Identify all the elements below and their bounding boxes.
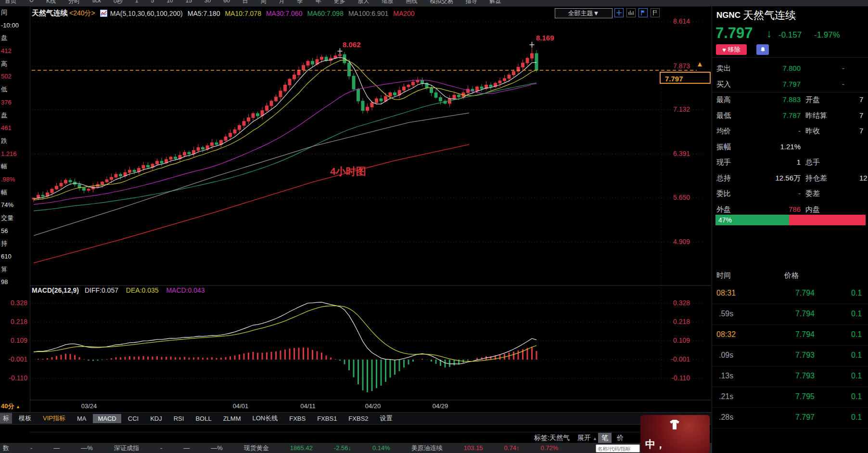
- indicator-tab-FXBS[interactable]: FXBS: [284, 414, 310, 423]
- ratio-red-segment: [789, 215, 866, 225]
- macd-axis-label: 0.218: [656, 318, 690, 325]
- left-quote-sidebar: 间-10:00盘412高502低376盘461跌1.216幅.98%幅74%交量…: [0, 6, 30, 412]
- toolbar-item[interactable]: 0秒: [114, 0, 123, 5]
- indicator-tab-VIP指标[interactable]: VIP指标: [38, 413, 70, 424]
- toolbar-item[interactable]: 周: [261, 0, 267, 5]
- toolbar-item[interactable]: 更多: [334, 0, 345, 5]
- quote-label: 卖出: [716, 64, 731, 73]
- toolbar-item[interactable]: 30: [204, 0, 211, 4]
- sales-time: .13s: [719, 372, 733, 380]
- indicator-tab-BOLL[interactable]: BOLL: [191, 414, 216, 423]
- symbol-tag: 标签:天然气: [534, 434, 570, 442]
- promo-text: 中，: [645, 438, 665, 451]
- toolbar-item[interactable]: 年: [316, 0, 321, 5]
- remove-watchlist-button[interactable]: ♥移除: [716, 44, 747, 55]
- sales-row[interactable]: .21s7.7950.1: [712, 387, 868, 408]
- indicator-tab-模板[interactable]: 模板: [14, 413, 36, 424]
- toolbar-item[interactable]: 15: [186, 0, 192, 4]
- sales-price: 7.794: [751, 310, 815, 318]
- toolbar-item[interactable]: 季: [297, 0, 303, 5]
- quote-value: 7.787: [741, 111, 801, 119]
- toolbar-item[interactable]: 5: [151, 0, 154, 4]
- toolbar-item[interactable]: K线: [46, 0, 56, 5]
- indicator-tab-设置[interactable]: 设置: [375, 413, 397, 424]
- toolbar-item[interactable]: 放大: [358, 0, 370, 5]
- crosshair-icon[interactable]: [614, 8, 624, 17]
- search-input[interactable]: [596, 444, 640, 453]
- indicator-tab-MACD[interactable]: MACD: [93, 414, 121, 423]
- toolbar-item[interactable]: 1: [135, 0, 139, 4]
- indicator-tab-CCI[interactable]: CCI: [123, 414, 143, 423]
- sales-row[interactable]: .59s7.7940.1: [712, 304, 868, 325]
- sidebar-item: 376: [0, 96, 30, 109]
- toolbar-item[interactable]: 10: [166, 0, 173, 4]
- ma-value: MA5:7.180: [188, 10, 220, 17]
- price-change-pct: -1.97%: [814, 30, 840, 40]
- flag-export-icon[interactable]: [651, 8, 660, 17]
- toolbar-item[interactable]: 60: [223, 0, 230, 4]
- sales-row[interactable]: 08:317.7940.1: [712, 283, 868, 304]
- indicator-tab-FXBS2[interactable]: FXBS2: [344, 414, 373, 423]
- toolbar-item[interactable]: ↻: [29, 0, 34, 4]
- alert-bell-button[interactable]: [756, 44, 769, 55]
- tag-row: 标签:天然气 展开 ▲ 笔 价: [30, 432, 711, 443]
- sales-time: .09s: [719, 351, 733, 360]
- ma-group-label: MA(5,10,30,60,100,200): [110, 10, 183, 17]
- quote-label: 均价: [716, 127, 731, 136]
- toolbar-item[interactable]: 月: [279, 0, 285, 5]
- toolbar-item[interactable]: 画线: [406, 0, 418, 5]
- ticker-item[interactable]: 数: [3, 444, 9, 453]
- sales-volume: 0.1: [851, 330, 862, 339]
- sales-volume: 0.1: [851, 351, 862, 360]
- sales-row[interactable]: .28s7.7970.1: [712, 407, 868, 428]
- price-axis-label: 5.650: [656, 194, 690, 201]
- period-selector[interactable]: 40分 ▲: [1, 402, 20, 411]
- toolbar-item[interactable]: 模拟交易: [430, 0, 453, 5]
- indicator-tab-FXBS1[interactable]: FXBS1: [312, 414, 342, 423]
- divider: [712, 57, 868, 58]
- sidebar-item: -10:00: [0, 19, 30, 32]
- tab-pen[interactable]: 笔: [598, 433, 612, 443]
- toolbar-item[interactable]: 首页: [5, 0, 16, 5]
- flag-marker-icon[interactable]: [638, 8, 648, 17]
- chart-type-icon[interactable]: [626, 8, 636, 17]
- sales-time: 08:32: [716, 330, 736, 339]
- indicator-tab-LON长线[interactable]: LON长线: [247, 413, 282, 424]
- price-axis-label: 6.391: [656, 150, 690, 157]
- quote-value-2: 7: [859, 127, 863, 135]
- sidebar-item: .98%: [0, 173, 30, 186]
- quote-value: 786: [741, 205, 801, 213]
- indicator-tab-标[interactable]: 标: [0, 413, 12, 424]
- promo-graphic[interactable]: 中，: [640, 415, 710, 453]
- toolbar-item[interactable]: 日: [243, 0, 248, 5]
- sales-row[interactable]: .09s7.7930.1: [712, 345, 868, 366]
- expand-button[interactable]: 展开 ▲: [577, 434, 597, 442]
- indicator-tab-KDJ[interactable]: KDJ: [145, 414, 167, 423]
- macd-params: MACD(26,12,9): [32, 286, 79, 294]
- indicator-tab-RSI[interactable]: RSI: [169, 414, 189, 423]
- kline-style-icon[interactable]: [100, 10, 107, 17]
- tab-price[interactable]: 价: [613, 433, 627, 443]
- ticker-item[interactable]: 美原油连续: [411, 444, 443, 453]
- ma-value: MA30:7.060: [266, 10, 303, 17]
- sales-row[interactable]: .13s7.7930.1: [712, 366, 868, 387]
- indicator-tab-MA[interactable]: MA: [72, 414, 91, 423]
- chart-period[interactable]: <240分>: [69, 9, 95, 18]
- toolbar-item[interactable]: 解盘: [490, 0, 501, 5]
- x-axis-label: 04/01: [233, 402, 249, 410]
- quote-label-2: 昨结算: [805, 111, 827, 120]
- price-axis-label: 7.873: [656, 62, 690, 70]
- theme-selector-button[interactable]: 全部主题▼: [555, 8, 613, 18]
- ticker-item[interactable]: 现货黄金: [244, 444, 269, 453]
- toolbar-item[interactable]: 指导: [466, 0, 477, 5]
- toolbar-item[interactable]: 分时: [68, 0, 80, 5]
- ma-value: MA200: [393, 10, 414, 17]
- toolbar-item[interactable]: tick: [92, 0, 101, 4]
- toolbar-item[interactable]: 缩放: [382, 0, 394, 5]
- price-axis-label: 4.909: [656, 238, 690, 246]
- ma-value: MA60:7.098: [307, 10, 344, 17]
- ticker-item[interactable]: 深证成指: [114, 444, 139, 453]
- indicator-tab-ZLMM[interactable]: ZLMM: [218, 414, 246, 423]
- top-toolbar: 首页↻K线分时tick0秒1510153060日周月季年更多放大缩放画线模拟交易…: [0, 0, 868, 6]
- sales-row[interactable]: 08:327.7940.1: [712, 324, 868, 346]
